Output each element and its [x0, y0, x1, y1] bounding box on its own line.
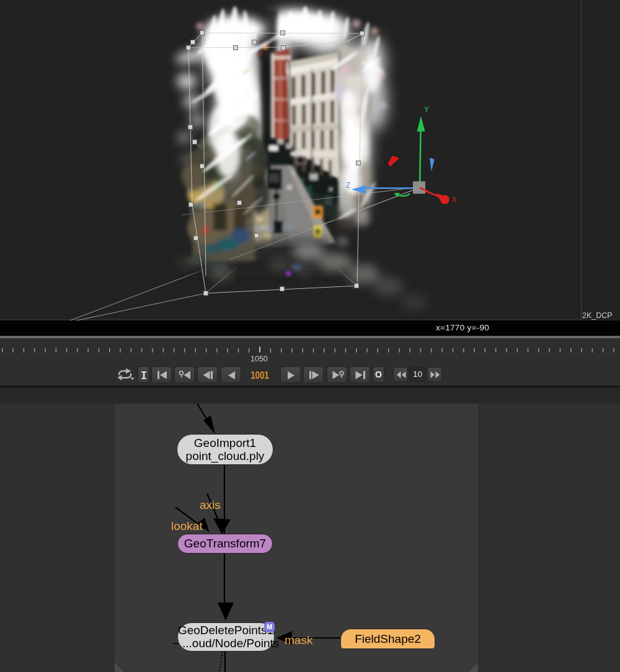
svg-text:Y: Y [424, 105, 429, 114]
svg-text:Z: Z [346, 181, 350, 190]
svg-text:X: X [452, 195, 457, 204]
